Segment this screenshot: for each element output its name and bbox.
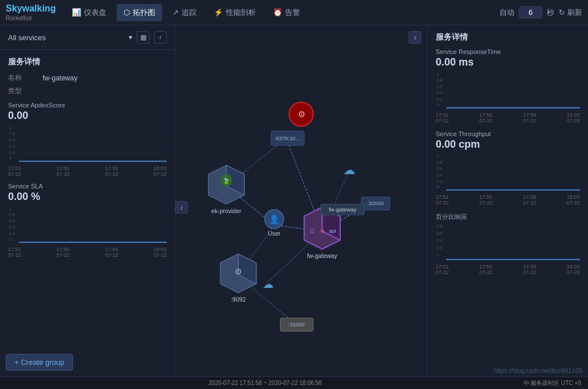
svg-text::31000: :31000	[288, 322, 305, 328]
nav-profiling-label: 性能剖析	[226, 7, 256, 18]
sla-value: 0.00 %	[8, 191, 167, 203]
svg-text:fw-gateway: fw-gateway	[329, 207, 356, 213]
nav-profiling[interactable]: ⚡ 性能剖析	[207, 4, 263, 21]
apdex-label: Service ApdexScore	[8, 102, 167, 109]
response-time-label: Service ResponseTime	[436, 48, 580, 55]
svg-text:0.4: 0.4	[437, 172, 443, 178]
svg-text:0.8: 0.8	[9, 212, 15, 217]
svg-text:0.6: 0.6	[437, 166, 443, 171]
svg-text:0: 0	[437, 184, 439, 190]
svg-text:☁: ☁	[343, 163, 355, 176]
logo: Skywalking Rocketbot	[6, 3, 56, 21]
auto-label: 自动	[499, 7, 514, 18]
nav-topology[interactable]: ⬡ 拓扑图	[117, 4, 162, 21]
svg-text:1: 1	[9, 125, 11, 130]
service-selector-text: All services	[8, 33, 46, 42]
svg-text:⬡: ⬡	[310, 228, 314, 234]
svg-text::32000: :32000	[367, 201, 384, 206]
response-time-chart: 1 0.8 0.6 0.4 0.2 0	[436, 71, 580, 111]
svg-text:0.2: 0.2	[9, 150, 15, 155]
svg-text:0.2: 0.2	[437, 245, 443, 251]
percentile-label: 百分比响应	[436, 213, 580, 221]
nav-dashboard[interactable]: 📊 仪表盘	[65, 4, 113, 21]
svg-text:⚙: ⚙	[235, 267, 242, 276]
type-label: 类型	[8, 86, 43, 96]
svg-text:1: 1	[437, 71, 439, 76]
refresh-interval-input[interactable]	[519, 6, 542, 18]
nav-alarm[interactable]: ⏰ 告警	[266, 4, 307, 21]
topology-svg[interactable]: ⚙ :6379;10.... ek-provider 🍃 ☁ :32000 👤 …	[175, 25, 427, 389]
collapse-left-button[interactable]: ‹	[175, 201, 188, 214]
alarm-icon: ⏰	[273, 8, 282, 17]
create-group-button[interactable]: + Create group	[6, 354, 73, 371]
chevron-left-icon[interactable]: ‹	[154, 31, 167, 44]
svg-text:0.6: 0.6	[437, 84, 443, 89]
right-panel-title: 服务详情	[436, 32, 580, 43]
svg-text:0.6: 0.6	[9, 137, 15, 142]
logo-text: Skywalking	[6, 3, 56, 14]
svg-text:☁: ☁	[263, 278, 274, 290]
nav-topology-label: 拓扑图	[133, 7, 155, 18]
nav-trace-label: 追踪	[182, 7, 197, 18]
dropdown-arrow-icon: ▾	[129, 33, 132, 41]
statusbar-center: 2020-07-22 17:51:58 ~ 2020-07-22 18:06:5…	[209, 380, 322, 386]
refresh-button[interactable]: ↻ 刷新	[559, 7, 582, 18]
svg-text:api: api	[329, 228, 336, 234]
collapse-right-button[interactable]: ›	[409, 31, 421, 44]
percentile-chart: 0.8 0.6 0.4 0.2 0	[436, 222, 580, 263]
nav-right: 自动 秒 ↻ 刷新	[499, 6, 582, 18]
svg-text:0.4: 0.4	[437, 90, 443, 95]
svg-text:0: 0	[437, 253, 439, 258]
svg-text:0: 0	[437, 102, 439, 107]
apdex-chart: 1 0.8 0.6 0.4 0.2 0	[8, 124, 167, 164]
svg-text:ek-provider: ek-provider	[212, 208, 242, 214]
svg-text:0.4: 0.4	[9, 225, 15, 230]
apdex-section: Service ApdexScore 0.00 1 0.8 0.6 0.4 0.…	[8, 102, 167, 177]
nav-trace[interactable]: ↗ 追踪	[166, 4, 203, 21]
service-selector[interactable]: All services ▾ ▦ ‹	[0, 25, 175, 50]
statusbar: 2020-07-22 17:51:58 ~ 2020-07-22 18:06:5…	[0, 376, 588, 389]
right-panel: 服务详情 Service ResponseTime 0.00 ms 1 0.8 …	[427, 25, 588, 389]
percentile-axis: 17:5107-22 17:5507-22 17:5907-22 18:0307…	[436, 264, 580, 275]
name-row: 名称 fw-gateway	[8, 73, 167, 83]
main-layout: All services ▾ ▦ ‹ 服务详情 名称 fw-gateway 类型…	[0, 25, 588, 389]
svg-text:0.8: 0.8	[437, 223, 443, 228]
svg-text:0.4: 0.4	[437, 238, 443, 243]
svg-text:0.6: 0.6	[437, 230, 443, 236]
throughput-label: Service Throughput	[436, 130, 580, 137]
sla-chart-axis: 17:5107-22 17:5507-22 17:5907-22 18:0307…	[8, 247, 167, 258]
svg-text:0.2: 0.2	[437, 96, 443, 101]
center-topology-area: › ‹ ⚙ :6379;10.... ek-p	[175, 25, 427, 389]
svg-text:👤: 👤	[269, 214, 280, 225]
logo-sub: Rocketbot	[6, 15, 56, 21]
svg-text:User: User	[268, 230, 281, 237]
sla-label: Service SLA	[8, 183, 167, 190]
svg-text:0: 0	[9, 237, 11, 242]
name-value: fw-gateway	[43, 74, 78, 82]
svg-text::6379;10....: :6379;10....	[275, 136, 302, 141]
topnav: Skywalking Rocketbot 📊 仪表盘 ⬡ 拓扑图 ↗ 追踪 ⚡ …	[0, 0, 588, 25]
svg-text:0: 0	[9, 156, 11, 161]
topology-icon: ⬡	[124, 8, 130, 17]
svg-text:0.6: 0.6	[9, 218, 15, 224]
svg-text:1: 1	[437, 153, 439, 159]
left-panel-title: 服务详情	[8, 57, 167, 67]
throughput-axis: 17:5107-22 17:5507-22 17:5907-22 18:0307…	[436, 194, 580, 206]
service-detail-panel: 服务详情 名称 fw-gateway 类型 Service ApdexScore…	[0, 50, 175, 389]
refresh-icon: ↻	[559, 8, 565, 17]
svg-text:0.8: 0.8	[437, 160, 443, 165]
dashboard-icon: 📊	[72, 8, 81, 17]
svg-text:🍃: 🍃	[222, 177, 230, 184]
nav-alarm-label: 告警	[285, 7, 300, 18]
svg-text:fw-gateway: fw-gateway	[307, 253, 337, 259]
grid-view-icon[interactable]: ▦	[137, 31, 149, 44]
svg-text::9092: :9092	[230, 296, 245, 303]
selector-icons: ▾ ▦ ‹	[129, 31, 167, 44]
response-time-value: 0.00 ms	[436, 56, 580, 68]
apdex-value: 0.00	[8, 110, 167, 122]
svg-text:⚙: ⚙	[298, 110, 305, 119]
svg-text:0.4: 0.4	[9, 144, 15, 149]
response-time-axis: 17:5107-22 17:5507-22 17:5907-22 18:0307…	[436, 112, 580, 124]
trace-icon: ↗	[172, 8, 179, 17]
apdex-chart-axis: 17:5107-22 17:5507-22 17:5907-22 18:0307…	[8, 165, 167, 177]
